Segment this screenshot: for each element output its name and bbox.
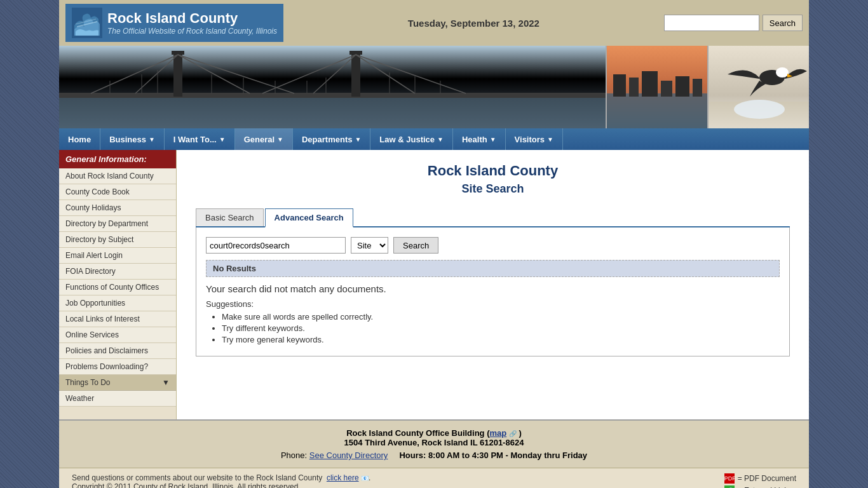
footer-phone-label: Phone: xyxy=(281,451,307,460)
search-query-input[interactable] xyxy=(206,237,346,254)
results-header: No Results xyxy=(206,260,780,277)
map-external-icon: 🔗 xyxy=(509,430,517,437)
suggestion-1: Make sure all words are spelled correctl… xyxy=(222,312,780,322)
ext-icon: 🔗 xyxy=(724,485,735,488)
logo-area: Rock Island County The Official Website … xyxy=(65,4,283,42)
footer-map-link[interactable]: map xyxy=(490,428,507,438)
search-tabs: Basic Search Advanced Search xyxy=(196,208,790,227)
svg-rect-4 xyxy=(59,97,606,128)
banner-harbor-image xyxy=(606,46,707,128)
sidebar-item-weather[interactable]: Weather xyxy=(59,391,176,407)
svg-rect-32 xyxy=(629,78,639,97)
page-title: Rock Island County xyxy=(196,163,790,179)
main-content: Rock Island County Site Search Basic Sea… xyxy=(177,150,809,419)
header-date: Tuesday, September 13, 2022 xyxy=(408,18,539,29)
search-box-area: Site Web Search No Results Your search d… xyxy=(196,227,790,356)
svg-rect-8 xyxy=(351,52,360,97)
banner xyxy=(59,46,809,128)
nav-iwantto[interactable]: I Want To... ▼ xyxy=(165,128,235,150)
logo-text: Rock Island County The Official Website … xyxy=(107,10,277,36)
site-name: Rock Island County xyxy=(107,10,277,27)
svg-point-40 xyxy=(776,67,789,78)
nav-lawjustice[interactable]: Law & Justice ▼ xyxy=(370,128,453,150)
sidebar-item-functions[interactable]: Functions of County Offices xyxy=(59,280,176,295)
things-arrow-icon: ▼ xyxy=(162,378,170,387)
svg-rect-34 xyxy=(661,81,672,97)
footer-building-name: Rock Island County Office Building (map … xyxy=(346,428,522,438)
footer-feedback-line: Send questions or comments about our web… xyxy=(72,473,370,482)
nav-visitors-arrow: ▼ xyxy=(547,136,553,143)
legend-ext: 🔗 = External Link xyxy=(724,485,796,488)
search-go-button[interactable]: Search xyxy=(393,237,438,254)
footer-copyright-area: Send questions or comments about our web… xyxy=(72,473,370,488)
header-search-area: Search xyxy=(664,15,803,31)
site-header: Rock Island County The Official Website … xyxy=(59,0,809,46)
nav-health[interactable]: Health ▼ xyxy=(453,128,506,150)
navbar: Home Business ▼ I Want To... ▼ General ▼… xyxy=(59,128,809,150)
site-tagline: The Official Website of Rock Island Coun… xyxy=(107,27,277,36)
nav-general[interactable]: General ▼ xyxy=(235,128,293,150)
pdf-icon: PDF xyxy=(724,473,735,484)
footer-hours: Hours: 8:00 AM to 4:30 PM - Monday thru … xyxy=(399,451,587,460)
footer-directory-link[interactable]: See County Directory xyxy=(309,451,388,460)
nav-visitors[interactable]: Visitors ▼ xyxy=(506,128,563,150)
footer-address: 1504 Third Avenue, Rock Island IL 61201-… xyxy=(344,438,524,447)
sidebar-item-local-links[interactable]: Local Links of Interest xyxy=(59,311,176,327)
sidebar-item-problems[interactable]: Problems Downloading? xyxy=(59,359,176,375)
footer-click-link[interactable]: click here xyxy=(327,473,359,482)
sidebar-item-policies[interactable]: Policies and Disclaimers xyxy=(59,343,176,359)
sidebar-item-dir-dept[interactable]: Directory by Department xyxy=(59,216,176,232)
legend-pdf: PDF = PDF Document xyxy=(724,473,796,484)
svg-rect-6 xyxy=(173,52,182,97)
svg-point-41 xyxy=(734,100,785,119)
footer-main: Rock Island County Office Building (map … xyxy=(59,419,809,468)
no-results-text: Your search did not match any documents. xyxy=(206,283,780,294)
suggestions-label: Suggestions: xyxy=(206,299,780,309)
sidebar-item-foia[interactable]: FOIA Directory xyxy=(59,264,176,280)
sidebar: General Information: About Rock Island C… xyxy=(59,150,177,419)
svg-rect-9 xyxy=(349,51,362,55)
svg-rect-30 xyxy=(607,93,707,128)
sidebar-item-holidays[interactable]: County Holidays xyxy=(59,200,176,216)
nav-general-arrow: ▼ xyxy=(277,136,283,143)
tab-basic-search[interactable]: Basic Search xyxy=(196,208,264,226)
sidebar-item-jobs[interactable]: Job Opportunities xyxy=(59,295,176,311)
nav-home[interactable]: Home xyxy=(59,128,100,150)
header-center: Tuesday, September 13, 2022 xyxy=(283,18,664,29)
footer-bottom: Send questions or comments about our web… xyxy=(59,468,809,488)
footer-legend: PDF = PDF Document 🔗 = External Link xyxy=(724,473,796,488)
svg-rect-33 xyxy=(642,71,658,97)
external-link-icon-small: 📧 xyxy=(361,475,369,482)
sidebar-item-dir-subject[interactable]: Directory by Subject xyxy=(59,232,176,248)
suggestion-3: Try more general keywords. xyxy=(222,335,780,344)
sidebar-section-things[interactable]: Things To Do ▼ xyxy=(59,375,176,391)
footer-copyright-text: Copyright © 2011 County of Rock Island, … xyxy=(72,482,370,488)
footer-contact-line: Phone: See County Directory Hours: 8:00 … xyxy=(67,451,801,460)
content-wrapper: General Information: About Rock Island C… xyxy=(59,150,809,419)
svg-rect-31 xyxy=(613,74,626,97)
header-search-button[interactable]: Search xyxy=(763,15,803,31)
svg-rect-36 xyxy=(693,79,702,97)
sidebar-item-email-alert[interactable]: Email Alert Login xyxy=(59,248,176,264)
footer-address-line: Rock Island County Office Building (map … xyxy=(67,428,801,447)
logo-icon xyxy=(72,8,102,38)
nav-iwantto-arrow: ▼ xyxy=(219,136,226,143)
sidebar-title: General Information: xyxy=(59,150,176,168)
nav-business[interactable]: Business ▼ xyxy=(100,128,165,150)
svg-rect-35 xyxy=(675,76,689,97)
nav-departments-arrow: ▼ xyxy=(355,136,361,143)
search-scope-select[interactable]: Site Web xyxy=(351,237,388,254)
nav-lawjustice-arrow: ▼ xyxy=(437,136,444,143)
nav-departments[interactable]: Departments ▼ xyxy=(293,128,370,150)
tab-advanced-search[interactable]: Advanced Search xyxy=(265,208,353,227)
header-search-input[interactable] xyxy=(664,15,759,31)
banner-eagle-image xyxy=(707,46,809,128)
page-subtitle: Site Search xyxy=(196,182,790,196)
svg-rect-7 xyxy=(172,51,184,55)
nav-business-arrow: ▼ xyxy=(149,136,155,143)
sidebar-item-codebook[interactable]: County Code Book xyxy=(59,184,176,200)
sidebar-item-online-services[interactable]: Online Services xyxy=(59,327,176,343)
sidebar-item-about[interactable]: About Rock Island County xyxy=(59,168,176,184)
search-form: Site Web Search xyxy=(206,237,780,254)
svg-rect-5 xyxy=(59,93,606,98)
